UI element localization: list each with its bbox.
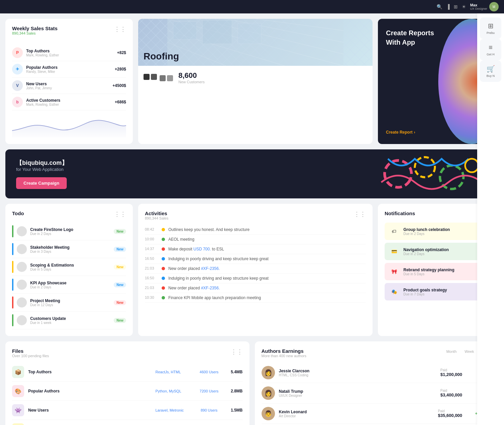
file-icon: 📦 (12, 366, 24, 378)
author-paid-label: Paid (438, 409, 462, 413)
file-row: 🎨 Popular Authors Python, MySQL 7200 Use… (12, 382, 243, 401)
nc-icons (144, 74, 173, 81)
activity-item: 21:03 New order placed #XF-2356. (145, 264, 366, 274)
notif-sub: Due in 2 Days (403, 232, 478, 236)
stat-name: Active Customers (26, 98, 115, 103)
author-avatar: 👨 (262, 407, 275, 420)
todo-bar (12, 296, 13, 309)
activity-dot (162, 238, 165, 241)
stat-info: New Users John, Pat, Jimmy (26, 82, 113, 90)
campaign-subtitle: for Your Web Application (16, 167, 68, 172)
activity-link[interactable]: #XF-2356. (201, 266, 220, 271)
author-avatar: 👩 (262, 366, 275, 379)
files-card: Files Over 100 pending files ⋮⋮ 📦 Top Au… (5, 341, 249, 425)
todo-info: KPI App Showcase Due in 2 Days (30, 281, 114, 289)
file-icon: 🎨 (12, 385, 24, 397)
author-info: Kevin Leonard Art Director (279, 410, 438, 418)
svg-point-10 (380, 155, 416, 192)
activity-dot (162, 286, 165, 290)
todo-item: Project Meeting Due in 12 Days New (12, 294, 126, 312)
stat-authors: Mark, Rowling, Esther (26, 53, 117, 57)
campaign-banner: 【biqubiqu.com】 for Your Web Application … (5, 149, 499, 198)
panel-item-buy n[interactable]: 🛒 Buy N (480, 60, 501, 82)
todo-bar (12, 314, 13, 326)
files-menu[interactable]: ⋮⋮ (231, 348, 243, 356)
svg-point-11 (415, 157, 435, 177)
file-tech: Python, MySQL (156, 389, 196, 393)
stat-authors: Randy, Steve, Mike (26, 70, 115, 74)
todo-name: Scoping & Estimations (30, 263, 114, 268)
notif-sub: Due in 7 Days (403, 292, 480, 296)
todo-info: Stakeholder Meeting Due in 3 Days (30, 245, 114, 253)
todo-avatar (17, 280, 27, 290)
notif-title: Navigation optimization (403, 247, 478, 252)
panel-item-prebu[interactable]: ⊞ Prebu (480, 17, 501, 39)
todo-avatar (17, 297, 27, 308)
notification-item: 💳 Navigation optimization Due in 2 Days … (385, 243, 492, 260)
activity-dot (162, 267, 165, 270)
activity-time: 16:50 (145, 276, 158, 280)
todo-badge: New (114, 229, 126, 234)
todo-due: Due in 1 week (30, 321, 114, 325)
notif-title: Rebrand strategy planning (403, 268, 479, 272)
notif-sub: Due in 5 Days (403, 272, 479, 276)
notif-icon: 💳 (389, 246, 399, 257)
notifications-header: Notifications ⋮⋮ (385, 210, 492, 218)
stat-item: b Active Customers Mark, Rowling, Esther… (12, 94, 126, 110)
month-filter-btn[interactable]: Month (443, 348, 460, 355)
notif-icon: 🎀 (389, 266, 399, 277)
author-name: Jessie Clarcson (279, 369, 441, 373)
activity-item: 10:00 AEOL meeting (145, 235, 366, 244)
activity-time: 10:00 (145, 237, 158, 241)
activity-time: 21:03 (145, 286, 158, 290)
weekly-stats-menu[interactable]: ⋮⋮ (114, 26, 126, 33)
campaign-title: 【biqubiqu.com】 (16, 159, 68, 167)
stat-item: ✈ Popular Authors Randy, Steve, Mike +28… (12, 61, 126, 78)
file-name: Popular Authors (28, 389, 156, 393)
week-filter-btn[interactable]: Week (461, 348, 478, 355)
activity-dot (162, 277, 165, 280)
activity-link[interactable]: #XF-2356. (201, 286, 220, 290)
nc-value: 8,600 (178, 71, 205, 80)
panel-items: ⊞ Prebu ≡ Get H 🛒 Buy N (480, 17, 501, 82)
brightness-icon[interactable]: ☀ (462, 4, 466, 9)
avatar[interactable]: M (489, 2, 499, 11)
new-customers-section: 8,600 New Customers (138, 66, 373, 89)
todo-info: Project Meeting Due in 12 Days (30, 298, 114, 307)
activity-time: 10:30 (145, 295, 158, 299)
file-size: 1.5MB (223, 408, 243, 413)
stat-value: +4500$ (113, 83, 126, 88)
campaign-text: 【biqubiqu.com】 for Your Web Application … (16, 159, 68, 189)
author-paid-label: Paid (440, 389, 462, 392)
author-paid-value: $1,200,000 (440, 372, 462, 377)
svg-rect-9 (238, 23, 261, 44)
files-header: Files Over 100 pending files ⋮⋮ (12, 348, 243, 358)
battery-icon: ▐ (446, 4, 450, 9)
create-campaign-button[interactable]: Create Campaign (16, 177, 67, 189)
create-report-link[interactable]: Create Report › (386, 130, 491, 135)
activity-text: Indulging in poorly driving and keep str… (168, 276, 366, 281)
authors-earnings-subtitle: More than 400 new authors (262, 354, 306, 358)
activity-link[interactable]: USD 700. (193, 247, 211, 251)
search-icon[interactable]: 🔍 (437, 4, 442, 9)
activities-menu[interactable]: ⋮⋮ (354, 210, 366, 218)
panel-item-get h[interactable]: ≡ Get H (480, 39, 501, 60)
row-3: Files Over 100 pending files ⋮⋮ 📦 Top Au… (5, 341, 499, 425)
grid-icon[interactable]: ⊞ (454, 4, 458, 9)
activity-text: AEOL meeting (168, 237, 366, 242)
stat-value: +686$ (115, 100, 126, 104)
file-users: 4600 Users (196, 370, 223, 374)
todo-menu[interactable]: ⋮⋮ (114, 210, 126, 218)
author-role: Art Director (279, 414, 438, 418)
roofing-card: Roofing 8,600 New Customers (138, 19, 373, 144)
stat-info: Active Customers Mark, Rowling, Esther (26, 98, 115, 106)
todo-badge: New (114, 247, 126, 252)
author-name: Natali Trump (279, 389, 441, 394)
todo-info: Scoping & Estimations Due in 5 Days (30, 263, 114, 271)
author-role: HTML, CSS Coding (279, 373, 441, 377)
topbar: 🔍 ▐ ⊞ ☀ Max UX Designer M (0, 0, 504, 13)
notif-icon: 🎭 (389, 286, 399, 297)
todo-info: Customers Update Due in 1 week (30, 316, 114, 325)
todo-badge: New (114, 265, 126, 270)
weekly-stats-card: Weekly Sales Stats 890,344 Sales ⋮⋮ P To… (5, 19, 133, 144)
